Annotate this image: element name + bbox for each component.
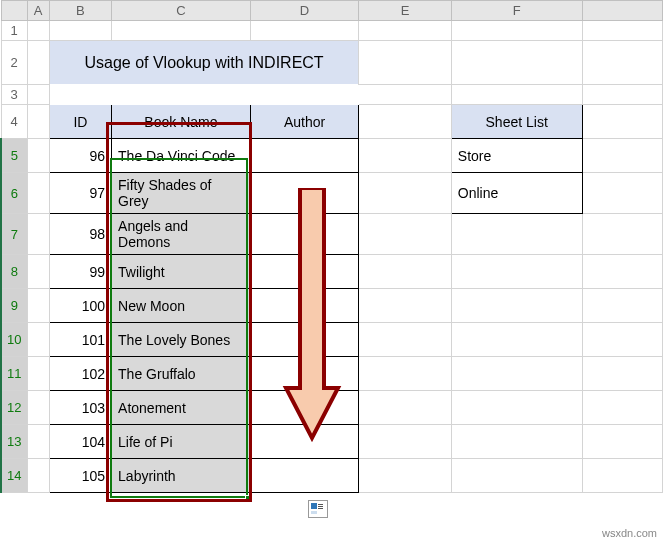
autofill-options-button[interactable] xyxy=(308,500,328,518)
cell-book[interactable]: New Moon xyxy=(112,289,251,323)
cell-id[interactable]: 99 xyxy=(49,255,111,289)
row-header-14[interactable]: 14 xyxy=(1,459,27,493)
cell-author[interactable] xyxy=(250,139,359,173)
watermark: wsxdn.com xyxy=(602,527,657,539)
row-header-13[interactable]: 13 xyxy=(1,425,27,459)
svg-rect-1 xyxy=(318,504,323,505)
cell-book[interactable]: Life of Pi xyxy=(112,425,251,459)
row-header-11[interactable]: 11 xyxy=(1,357,27,391)
cell-author[interactable] xyxy=(250,214,359,255)
row-header-8[interactable]: 8 xyxy=(1,255,27,289)
header-sheetlist: Sheet List xyxy=(451,105,582,139)
row-header-4[interactable]: 4 xyxy=(1,105,27,139)
sheetlist-item[interactable]: Store xyxy=(451,139,582,173)
row-header-12[interactable]: 12 xyxy=(1,391,27,425)
cell-author[interactable] xyxy=(250,357,359,391)
cell-book[interactable]: The Lovely Bones xyxy=(112,323,251,357)
cell-id[interactable]: 103 xyxy=(49,391,111,425)
cell-author[interactable] xyxy=(250,323,359,357)
row-header-3[interactable]: 3 xyxy=(1,85,27,105)
row-header-5[interactable]: 5 xyxy=(1,139,27,173)
spreadsheet-grid[interactable]: A B C D E F 1 2 Usage of Vlookup with IN… xyxy=(0,0,663,493)
cell-id[interactable]: 97 xyxy=(49,173,111,214)
col-header-d[interactable]: D xyxy=(250,1,359,21)
cell-id[interactable]: 96 xyxy=(49,139,111,173)
cell-author[interactable] xyxy=(250,425,359,459)
cell-author[interactable] xyxy=(250,459,359,493)
column-header-row[interactable]: A B C D E F xyxy=(1,1,663,21)
row-header-7[interactable]: 7 xyxy=(1,214,27,255)
cell-id[interactable]: 105 xyxy=(49,459,111,493)
page-title: Usage of Vlookup with INDIRECT xyxy=(49,41,359,85)
cell-id[interactable]: 104 xyxy=(49,425,111,459)
header-book: Book Name xyxy=(112,105,251,139)
cell-author[interactable] xyxy=(250,391,359,425)
svg-rect-4 xyxy=(311,511,317,514)
row-header-1[interactable]: 1 xyxy=(1,21,27,41)
cell-id[interactable]: 98 xyxy=(49,214,111,255)
header-id: ID xyxy=(49,105,111,139)
select-all-corner[interactable] xyxy=(1,1,27,21)
cell-book[interactable]: The Gruffalo xyxy=(112,357,251,391)
col-header-g[interactable] xyxy=(582,1,662,21)
row-header-10[interactable]: 10 xyxy=(1,323,27,357)
col-header-c[interactable]: C xyxy=(112,1,251,21)
cell-author[interactable] xyxy=(250,255,359,289)
cell-id[interactable]: 101 xyxy=(49,323,111,357)
cell-book[interactable]: The Da Vinci Code xyxy=(112,139,251,173)
cell-book[interactable]: Labyrinth xyxy=(112,459,251,493)
cell-book[interactable]: Atonement xyxy=(112,391,251,425)
sheetlist-item[interactable]: Online xyxy=(451,173,582,214)
cell-book[interactable]: Fifty Shades of Grey xyxy=(112,173,251,214)
col-header-b[interactable]: B xyxy=(49,1,111,21)
svg-rect-0 xyxy=(311,503,317,509)
cell-book[interactable]: Twilight xyxy=(112,255,251,289)
cell-book[interactable]: Angels and Demons xyxy=(112,214,251,255)
header-author: Author xyxy=(250,105,359,139)
cell-author[interactable] xyxy=(250,173,359,214)
svg-rect-3 xyxy=(318,508,323,509)
row-header-9[interactable]: 9 xyxy=(1,289,27,323)
fill-handle[interactable] xyxy=(245,495,251,501)
col-header-a[interactable]: A xyxy=(27,1,49,21)
svg-rect-2 xyxy=(318,506,323,507)
cell-author[interactable] xyxy=(250,289,359,323)
col-header-e[interactable]: E xyxy=(359,1,451,21)
cell-id[interactable]: 100 xyxy=(49,289,111,323)
row-header-2[interactable]: 2 xyxy=(1,41,27,85)
row-header-6[interactable]: 6 xyxy=(1,173,27,214)
cell-id[interactable]: 102 xyxy=(49,357,111,391)
col-header-f[interactable]: F xyxy=(451,1,582,21)
